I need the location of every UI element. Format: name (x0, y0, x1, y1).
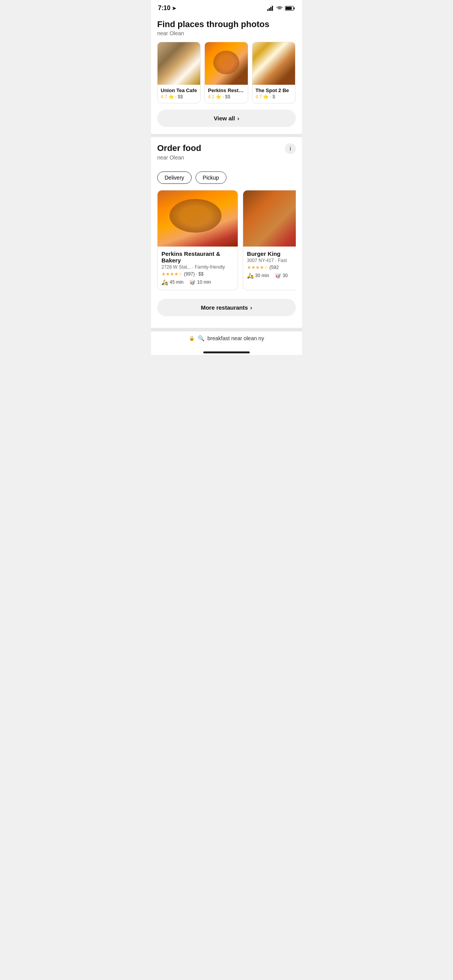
svg-rect-2 (270, 7, 271, 11)
spot-meta: 4.7 ⭐ · $ (256, 94, 292, 99)
perkins-rating: 4.1 (208, 94, 214, 99)
delivery-scooter-icon: 🛵 (161, 279, 168, 285)
view-all-button[interactable]: View all › (157, 110, 296, 127)
burger-king-image (243, 190, 296, 247)
view-all-arrow: › (237, 115, 239, 122)
svg-rect-0 (267, 9, 268, 11)
view-all-label: View all (214, 115, 235, 122)
perkins-restaurant-name: Perkins Restaurant & Bakery (161, 250, 234, 264)
bk-pickup-bag-icon: 🥡 (275, 272, 281, 279)
spot-rating: 4.7 (256, 94, 262, 99)
burger-king-address: 3007 NY-417 · Fast (247, 258, 296, 263)
more-restaurants-button[interactable]: More restaurants › (157, 299, 296, 316)
restaurant-cards-row: Perkins Restaurant & Bakery 2728 W Stat.… (157, 190, 296, 297)
spot-price: $ (273, 94, 275, 99)
spot-dot: · (270, 94, 271, 99)
pickup-tab-label: Pickup (203, 175, 219, 181)
union-tea-dot: · (175, 94, 177, 99)
signal-icon (267, 6, 274, 11)
perkins-stars: ★★★★☆ (161, 271, 183, 277)
burger-king-stars: ★★★★☆ (247, 265, 268, 270)
spot-info: The Spot 2 Be 4.7 ⭐ · $ (252, 85, 295, 103)
perkins-price: $$ (225, 94, 230, 99)
perkins-restaurant-rating: ★★★★☆ (997) · $$ (161, 271, 234, 277)
bottom-search-bar[interactable]: 🔒 🔍 breakfast near olean ny (151, 331, 302, 349)
section-divider (151, 134, 302, 137)
pickup-tab[interactable]: Pickup (196, 171, 226, 184)
pickup-bag-icon: 🥡 (189, 279, 196, 285)
more-restaurants-label: More restaurants (201, 304, 248, 311)
bk-pickup-time: 🥡 30 (275, 272, 288, 279)
union-tea-star: ⭐ (168, 94, 174, 99)
bk-delivery-time: 🛵 30 min (247, 272, 269, 279)
delivery-tab[interactable]: Delivery (157, 171, 192, 184)
bk-delivery-time-label: 30 min (255, 273, 269, 278)
wifi-icon (276, 6, 283, 11)
union-tea-image (158, 42, 200, 85)
perkins-restaurant-card[interactable]: Perkins Restaurant & Bakery 2728 W Stat.… (157, 190, 238, 290)
spot-name: The Spot 2 Be (256, 87, 292, 93)
lock-icon: 🔒 (189, 336, 195, 341)
find-places-subtitle: near Olean (157, 30, 296, 36)
find-places-title: Find places through photos (157, 19, 296, 29)
svg-rect-3 (272, 6, 273, 11)
order-food-subtitle: near Olean (157, 154, 201, 161)
perkins-review-count: (997) (184, 271, 195, 277)
photo-card-perkins[interactable]: Perkins Restau... 4.1 ⭐ · $$ (204, 42, 248, 103)
perkins-pickup-time: 🥡 10 min (189, 279, 211, 285)
union-tea-rating: 4.7 (161, 94, 167, 99)
spot-star: ⭐ (263, 94, 269, 99)
status-time: 7:10 ➤ (158, 5, 176, 12)
photo-card-union-tea[interactable]: Union Tea Cafe 4.7 ⭐ · $$ (157, 42, 201, 103)
perkins-price-level: · (196, 271, 197, 277)
order-food-section: Order food near Olean i Delivery Pickup … (151, 137, 302, 297)
svg-rect-5 (294, 7, 295, 9)
union-tea-name: Union Tea Cafe (161, 87, 197, 93)
burger-king-card[interactable]: Burger King 3007 NY-417 · Fast ★★★★☆ (59… (243, 190, 296, 290)
search-glass-icon: 🔍 (198, 335, 204, 341)
location-icon: ➤ (172, 5, 176, 11)
status-icons (267, 6, 295, 11)
union-tea-price: $$ (178, 94, 183, 99)
more-restaurants-container: More restaurants › (151, 297, 302, 328)
more-restaurants-arrow: › (250, 304, 252, 311)
delivery-tab-label: Delivery (165, 175, 184, 181)
union-tea-info: Union Tea Cafe 4.7 ⭐ · $$ (158, 85, 200, 103)
perkins-restaurant-image (158, 190, 238, 247)
burger-king-info: Burger King 3007 NY-417 · Fast ★★★★☆ (59… (243, 247, 296, 283)
svg-rect-6 (286, 7, 292, 10)
status-bar: 7:10 ➤ (151, 0, 302, 14)
order-food-title-block: Order food near Olean (157, 143, 201, 166)
perkins-restaurant-address: 2728 W Stat... · Family-friendly (161, 264, 234, 270)
perkins-delivery-time-label: 45 min (170, 279, 184, 285)
spot-image (252, 42, 295, 85)
home-bar (203, 351, 250, 353)
info-icon-label: i (290, 146, 291, 152)
photo-cards-row: Union Tea Cafe 4.7 ⭐ · $$ Perkins Restau… (157, 42, 296, 103)
bk-delivery-scooter-icon: 🛵 (247, 272, 254, 279)
perkins-name: Perkins Restau... (208, 87, 244, 93)
perkins-restaurant-info: Perkins Restaurant & Bakery 2728 W Stat.… (158, 247, 238, 290)
order-food-header: Order food near Olean i (157, 143, 296, 166)
perkins-pickup-time-label: 10 min (197, 279, 211, 285)
bottom-section-divider (151, 328, 302, 331)
filter-tabs-row: Delivery Pickup (157, 171, 296, 184)
perkins-meta: 4.1 ⭐ · $$ (208, 94, 244, 99)
info-icon-button[interactable]: i (285, 143, 296, 154)
find-places-section: Find places through photos near Olean Un… (151, 14, 302, 134)
burger-king-name: Burger King (247, 250, 296, 257)
perkins-image (205, 42, 247, 85)
battery-icon (285, 6, 295, 11)
perkins-delivery-time: 🛵 45 min (161, 279, 184, 285)
burger-king-review-count: (592 (269, 265, 279, 270)
perkins-price: $$ (198, 271, 203, 277)
burger-king-rating: ★★★★☆ (592 (247, 265, 296, 270)
photo-card-spot[interactable]: The Spot 2 Be 4.7 ⭐ · $ (252, 42, 295, 103)
burger-king-delivery-info: 🛵 30 min 🥡 30 (247, 272, 296, 279)
search-bar-text[interactable]: breakfast near olean ny (208, 335, 264, 341)
perkins-star: ⭐ (216, 94, 221, 99)
perkins-dot: · (223, 94, 224, 99)
home-indicator (151, 349, 302, 355)
union-tea-meta: 4.7 ⭐ · $$ (161, 94, 197, 99)
bk-pickup-time-label: 30 (283, 273, 288, 278)
